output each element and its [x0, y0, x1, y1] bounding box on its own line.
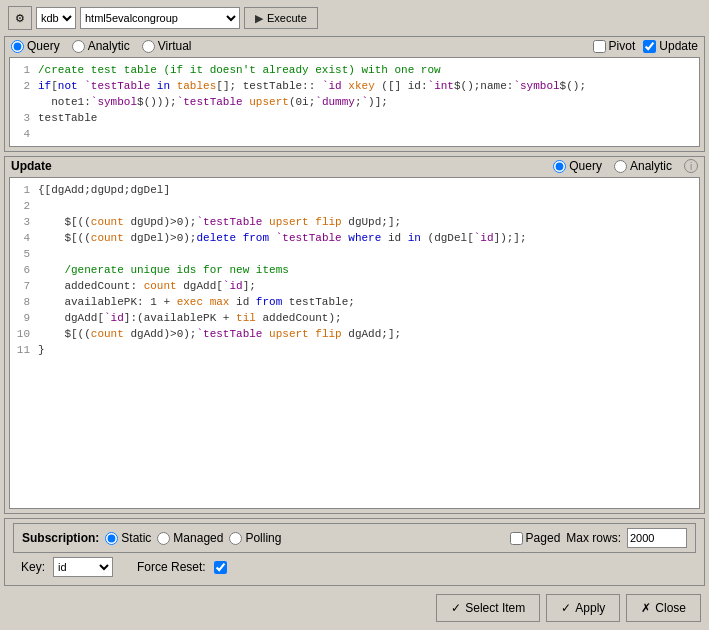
select-item-button[interactable]: ✓ Select Item [436, 594, 540, 622]
update-title: Update [11, 159, 52, 173]
force-reset-checkbox[interactable] [214, 561, 227, 574]
radio-polling[interactable]: Polling [229, 531, 281, 545]
query-radio-group: Query Analytic Virtual [11, 39, 192, 53]
update-radio-analytic[interactable]: Analytic [614, 159, 672, 173]
kdb-select[interactable]: kdb [36, 7, 76, 29]
update-line-4: 4 $[((count dgDel)>0);delete from `testT… [14, 230, 695, 246]
max-rows-input[interactable] [627, 528, 687, 548]
radio-managed[interactable]: Managed [157, 531, 223, 545]
code-line-2: 2 if[not `testTable in tables[]; testTab… [14, 78, 695, 94]
update-section: Update Query Analytic i 1 {[dgAdd;dgUpd;… [4, 156, 705, 514]
update-line-8: 8 availablePK: 1 + exec max id from test… [14, 294, 695, 310]
bottom-buttons: ✓ Select Item ✓ Apply ✗ Close [4, 590, 705, 626]
query-header: Query Analytic Virtual Pivot U [5, 37, 704, 55]
toolbar: ⚙ kdb html5evalcongroup ▶ Execute [4, 4, 705, 32]
update-line-11: 11 } [14, 342, 695, 358]
update-code-editor[interactable]: 1 {[dgAdd;dgUpd;dgDel] 2 3 $[((count dgU… [9, 177, 700, 509]
subscription-section: Subscription: Static Managed Polling Pag… [4, 518, 705, 586]
update-checkbox[interactable]: Update [643, 39, 698, 53]
settings-icon[interactable]: ⚙ [8, 6, 32, 30]
subscription-title: Subscription: [22, 531, 99, 545]
max-rows-label: Max rows: [566, 531, 621, 545]
key-select[interactable]: id [53, 557, 113, 577]
execute-button[interactable]: ▶ Execute [244, 7, 318, 29]
radio-static[interactable]: Static [105, 531, 151, 545]
info-icon[interactable]: i [684, 159, 698, 173]
update-line-3: 3 $[((count dgUpd)>0);`testTable upsert … [14, 214, 695, 230]
force-reset-label: Force Reset: [137, 560, 206, 574]
radio-query[interactable]: Query [11, 39, 60, 53]
update-line-1: 1 {[dgAdd;dgUpd;dgDel] [14, 182, 695, 198]
update-header: Update Query Analytic i [5, 157, 704, 175]
radio-virtual[interactable]: Virtual [142, 39, 192, 53]
paged-checkbox[interactable]: Paged [510, 531, 561, 545]
close-button[interactable]: ✗ Close [626, 594, 701, 622]
query-section: Query Analytic Virtual Pivot U [4, 36, 705, 152]
query-code-editor[interactable]: 1 /create test table (if it doesn't alre… [9, 57, 700, 147]
update-line-5: 5 [14, 246, 695, 262]
radio-analytic[interactable]: Analytic [72, 39, 130, 53]
update-line-7: 7 addedCount: count dgAdd[`id]; [14, 278, 695, 294]
code-line-3: 3 testTable [14, 110, 695, 126]
update-line-10: 10 $[((count dgAdd)>0);`testTable upsert… [14, 326, 695, 342]
code-line-1: 1 /create test table (if it doesn't alre… [14, 62, 695, 78]
apply-button[interactable]: ✓ Apply [546, 594, 620, 622]
update-radio-group: Query Analytic i [553, 159, 698, 173]
query-options-right: Pivot Update [593, 39, 698, 53]
update-line-6: 6 /generate unique ids for new items [14, 262, 695, 278]
code-line-4: 4 [14, 126, 695, 142]
connection-select[interactable]: html5evalcongroup [80, 7, 240, 29]
update-line-9: 9 dgAdd[`id]:(availablePK + til addedCou… [14, 310, 695, 326]
code-line-2b: note1:`symbol$()));`testTable upsert(0i;… [14, 94, 695, 110]
key-label: Key: [21, 560, 45, 574]
update-radio-query[interactable]: Query [553, 159, 602, 173]
pivot-checkbox[interactable]: Pivot [593, 39, 636, 53]
update-line-2: 2 [14, 198, 695, 214]
